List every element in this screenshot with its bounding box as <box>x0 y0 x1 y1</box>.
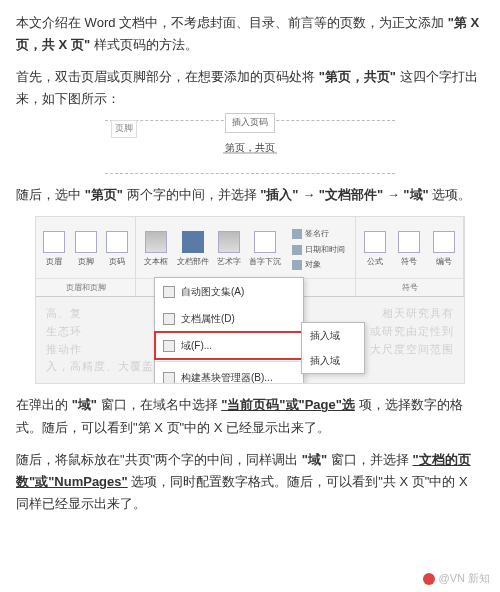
text: 随后，将鼠标放在"共页"两个字的中间，同样调出 <box>16 452 298 467</box>
paragraph-1: 本文介绍在 Word 文档中，不考虑封面、目录、前言等的页数，为正文添加 "第 … <box>16 12 484 56</box>
paragraph-3: 随后，选中 "第页" 两个字的中间，并选择 "插入" → "文档部件" → "域… <box>16 184 484 206</box>
bold-text: "域" <box>72 397 97 412</box>
doc-property-item[interactable]: 文档属性(D) <box>155 305 303 332</box>
object-button[interactable]: 对象 <box>292 258 345 272</box>
field-submenu-tooltip: 插入域 插入域 <box>301 322 365 374</box>
page-number-button[interactable]: 页码 <box>101 231 133 269</box>
bold-text: "域" <box>403 187 428 202</box>
text: 选项。 <box>432 187 471 202</box>
bold-underline-text: "当前页码"或"Page"选 <box>221 397 355 412</box>
text: 窗口，在域名中选择 <box>101 397 218 412</box>
arrow: → <box>302 187 315 202</box>
signature-line-button[interactable]: 签名行 <box>292 227 345 241</box>
date-time-button[interactable]: 日期和时间 <box>292 243 345 257</box>
wordart-button[interactable]: 艺术字 <box>213 231 245 269</box>
arrow: → <box>387 187 400 202</box>
bold-text: "第页，共页" <box>319 69 396 84</box>
text: 本文介绍在 Word 文档中，不考虑封面、目录、前言等的页数，为正文添加 <box>16 15 444 30</box>
paragraph-2: 首先，双击页眉或页脚部分，在想要添加的页码处将 "第页，共页" 这四个字打出来，… <box>16 66 484 110</box>
equation-button[interactable]: 公式 <box>359 231 391 269</box>
paragraph-5: 随后，将鼠标放在"共页"两个字的中间，同样调出 "域" 窗口，并选择 "文档的页… <box>16 449 484 515</box>
autotext-item[interactable]: 自动图文集(A) <box>155 278 303 305</box>
submenu-item: 插入域 <box>302 348 364 373</box>
symbol-button[interactable]: 符号 <box>393 231 425 269</box>
paragraph-4: 在弹出的 "域" 窗口，在域名中选择 "当前页码"或"Page"选 项，选择数字… <box>16 394 484 438</box>
submenu-item: 插入域 <box>302 323 364 348</box>
insert-page-number-label: 插入页码 <box>225 113 275 132</box>
group-label: 符号 <box>356 278 463 297</box>
field-item[interactable]: 域(F)... <box>155 332 303 359</box>
building-blocks-item[interactable]: 构建基块管理器(B)... <box>155 364 303 384</box>
footer-editing-illustration: 页脚 插入页码 第页，共页 <box>105 120 395 174</box>
separator <box>155 361 303 362</box>
text: 随后，选中 <box>16 187 81 202</box>
quick-parts-dropdown: 自动图文集(A) 文档属性(D) 域(F)... 构建基块管理器(B)... 将… <box>154 277 304 384</box>
text: 样式页码的方法。 <box>94 37 198 52</box>
group-label: 页眉和页脚 <box>36 278 135 297</box>
text: 首先，双击页眉或页脚部分，在想要添加的页码处将 <box>16 69 315 84</box>
text: 在弹出的 <box>16 397 68 412</box>
bold-text: "第页" <box>85 187 123 202</box>
ribbon-group-symbols: 公式 符号 编号 符号 <box>356 217 464 296</box>
text: 两个字的中间，并选择 <box>127 187 257 202</box>
header-button[interactable]: 页眉 <box>38 231 70 269</box>
bold-text: "域" <box>302 452 327 467</box>
autotext-icon <box>163 286 175 298</box>
footer-tag: 页脚 <box>111 120 137 137</box>
footer-button[interactable]: 页脚 <box>70 231 102 269</box>
blocks-icon <box>163 372 175 384</box>
number-button[interactable]: 编号 <box>428 231 460 269</box>
ribbon-group-header-footer: 页眉 页脚 页码 页眉和页脚 <box>36 217 136 296</box>
text: 窗口，并选择 <box>331 452 409 467</box>
quick-parts-button[interactable]: 文档部件 <box>177 231 209 269</box>
textbox-button[interactable]: 文本框 <box>140 231 172 269</box>
dropcap-button[interactable]: 首字下沉 <box>249 231 281 269</box>
field-icon <box>163 340 175 352</box>
watermark-text: @VN 新知 <box>438 569 490 588</box>
bold-text: "插入" <box>260 187 298 202</box>
watermark-icon <box>423 573 435 585</box>
watermark: @VN 新知 <box>423 569 490 588</box>
footer-content: 第页，共页 <box>223 139 277 156</box>
property-icon <box>163 313 175 325</box>
word-ribbon-illustration: 页眉 页脚 页码 页眉和页脚 文本框 文档部件 艺术字 首字下沉 签名行 日期和… <box>35 216 465 384</box>
bold-text: "文档部件" <box>319 187 383 202</box>
